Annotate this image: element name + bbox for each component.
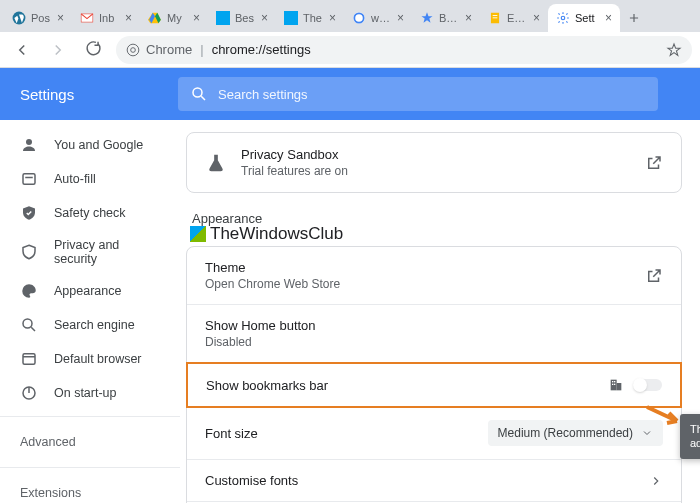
svg-rect-21 [614, 381, 615, 382]
sidebar-extensions[interactable]: Extensions [0, 474, 180, 503]
row-home-button[interactable]: Show Home button Disabled [187, 305, 681, 363]
sidebar-item-appearance[interactable]: Appearance [0, 274, 180, 308]
gdrive-icon [148, 11, 162, 25]
svg-rect-3 [284, 11, 298, 25]
chevron-down-icon [641, 427, 653, 439]
svg-rect-2 [216, 11, 230, 25]
svg-rect-13 [23, 174, 35, 185]
svg-rect-16 [23, 354, 35, 365]
reload-button[interactable] [80, 36, 108, 64]
external-link-icon [645, 154, 663, 172]
sidebar-item-startup[interactable]: On start-up [0, 376, 180, 410]
star-icon [420, 11, 434, 25]
svg-rect-22 [612, 384, 613, 385]
close-icon[interactable]: × [533, 11, 540, 25]
svg-point-10 [131, 47, 136, 52]
tab-posts[interactable]: Pos × [4, 4, 72, 32]
arrow-left-icon [13, 41, 31, 59]
scheme-label: Chrome [146, 42, 192, 57]
watermark-text: TheWindowsClub [210, 224, 343, 244]
shield-icon [20, 243, 38, 261]
bookmark-star-button[interactable] [666, 42, 682, 58]
font-size-dropdown[interactable]: Medium (Recommended) [488, 420, 663, 446]
new-tab-button[interactable] [620, 4, 648, 32]
bookmarks-toggle[interactable] [634, 379, 662, 391]
power-icon [20, 384, 38, 402]
tab-label: Bookm [439, 12, 460, 24]
tab-label: My [167, 12, 188, 24]
svg-point-15 [23, 319, 32, 328]
chrome-icon [126, 43, 140, 57]
doc-icon [488, 11, 502, 25]
sidebar-item-autofill[interactable]: Auto-fill [0, 162, 180, 196]
sidebar-advanced[interactable]: Advanced [0, 423, 180, 461]
tab-drive[interactable]: My × [140, 4, 208, 32]
open-external-button[interactable] [645, 267, 663, 285]
twc-icon [284, 11, 298, 25]
row-customise-fonts[interactable]: Customise fonts [187, 460, 681, 502]
tab-google[interactable]: what is × [344, 4, 412, 32]
forward-button[interactable] [44, 36, 72, 64]
browser-icon [20, 350, 38, 368]
close-icon[interactable]: × [329, 11, 336, 25]
safety-icon [20, 204, 38, 222]
wordpress-icon [12, 11, 26, 25]
card-title: Privacy Sandbox [241, 147, 348, 162]
sandbox-icon [205, 152, 227, 174]
tab-strip: Pos × Inb × My × Bes × The × what is × B… [0, 0, 700, 32]
tab-label: The [303, 12, 324, 24]
card-subtitle: Trial features are on [241, 164, 348, 178]
main-panel: Privacy Sandbox Trial features are on Ap… [180, 120, 700, 503]
tab-label: Sett [575, 12, 600, 24]
row-bookmarks-bar[interactable]: Show bookmarks bar [186, 362, 682, 408]
settings-search[interactable] [178, 77, 658, 111]
close-icon[interactable]: × [465, 11, 472, 25]
star-outline-icon [666, 42, 682, 58]
twc-icon [216, 11, 230, 25]
privacy-sandbox-card[interactable]: Privacy Sandbox Trial features are on [186, 132, 682, 193]
content-area: You and Google Auto-fill Safety check Pr… [0, 120, 700, 503]
url-text: chrome://settings [212, 42, 658, 57]
site-info[interactable]: Chrome [126, 42, 192, 57]
search-input[interactable] [218, 87, 646, 102]
sidebar-item-search[interactable]: Search engine [0, 308, 180, 342]
sidebar-item-privacy[interactable]: Privacy and security [0, 230, 180, 274]
settings-header: Settings [0, 68, 700, 120]
address-bar[interactable]: Chrome | chrome://settings [116, 36, 692, 64]
tab-enable[interactable]: Enable × [480, 4, 548, 32]
open-external-button[interactable] [645, 154, 663, 172]
tab-the[interactable]: The × [276, 4, 344, 32]
search-icon [190, 85, 208, 103]
enterprise-icon [608, 377, 624, 393]
tab-best[interactable]: Bes × [208, 4, 276, 32]
tab-settings[interactable]: Sett × [548, 4, 620, 32]
managed-tooltip: This setting is managed by your administ… [680, 414, 700, 459]
sidebar-item-safety[interactable]: Safety check [0, 196, 180, 230]
tab-label: Enable [507, 12, 528, 24]
close-icon[interactable]: × [397, 11, 404, 25]
tab-bookmarks[interactable]: Bookm × [412, 4, 480, 32]
gear-icon [556, 11, 570, 25]
close-icon[interactable]: × [125, 11, 132, 25]
arrow-right-icon [49, 41, 67, 59]
tab-inbox[interactable]: Inb × [72, 4, 140, 32]
tab-label: what is [371, 12, 392, 24]
svg-rect-20 [612, 381, 613, 382]
close-icon[interactable]: × [193, 11, 200, 25]
close-icon[interactable]: × [261, 11, 268, 25]
close-icon[interactable]: × [605, 11, 612, 25]
close-icon[interactable]: × [57, 11, 64, 25]
tab-label: Inb [99, 12, 120, 24]
sidebar-item-you[interactable]: You and Google [0, 128, 180, 162]
svg-rect-7 [493, 17, 498, 18]
back-button[interactable] [8, 36, 36, 64]
chevron-right-icon [649, 474, 663, 488]
row-theme[interactable]: Theme Open Chrome Web Store [187, 247, 681, 305]
twc-logo-icon [190, 226, 206, 242]
svg-rect-19 [617, 383, 622, 390]
reload-icon [86, 41, 103, 58]
row-font-size: Font size Medium (Recommended) [187, 407, 681, 460]
svg-point-9 [127, 44, 139, 56]
divider [0, 416, 180, 417]
sidebar-item-default[interactable]: Default browser [0, 342, 180, 376]
